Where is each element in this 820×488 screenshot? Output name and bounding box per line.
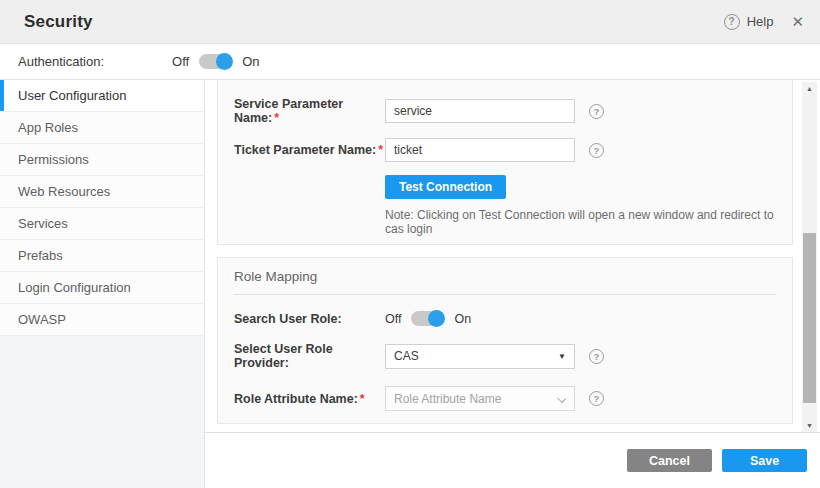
- search-user-role-toggle[interactable]: [411, 311, 444, 326]
- titlebar: Security ? Help ✕: [0, 0, 820, 44]
- authentication-on-label: On: [242, 54, 259, 69]
- role-provider-label: Select User Role Provider:: [234, 342, 385, 370]
- role-provider-select[interactable]: CAS ▼: [385, 344, 575, 369]
- select-caret-icon: ▼: [558, 352, 566, 361]
- footer-bar: Cancel Save: [205, 432, 820, 488]
- scrollbar-thumb[interactable]: [803, 233, 816, 403]
- search-user-role-on-label: On: [454, 312, 471, 326]
- role-mapping-title: Role Mapping: [234, 269, 776, 284]
- sidebar-item-services[interactable]: Services: [0, 208, 204, 240]
- help-link[interactable]: Help: [747, 14, 774, 29]
- service-parameter-help-icon[interactable]: ?: [589, 104, 604, 119]
- role-attribute-row: Role Attribute Name:* Role Attribute Nam…: [234, 386, 776, 411]
- dialog-body: User Configuration App Roles Permissions…: [0, 80, 820, 488]
- authentication-toggle-knob: [216, 53, 233, 70]
- search-user-role-off-label: Off: [385, 312, 401, 326]
- role-mapping-panel: Role Mapping Search User Role: Off On: [217, 257, 793, 424]
- service-parameter-row: Service Parameter Name:* ?: [234, 97, 776, 125]
- scroll-area: Service Parameter Name:* ? Ticket Parame…: [205, 80, 820, 432]
- role-provider-selected-value: CAS: [394, 349, 419, 363]
- search-user-role-toggle-knob: [428, 310, 445, 327]
- test-connection-note: Note: Clicking on Test Connection will o…: [385, 208, 776, 236]
- sidebar-item-prefabs[interactable]: Prefabs: [0, 240, 204, 272]
- chevron-down-icon: [557, 394, 566, 403]
- page-title: Security: [24, 12, 93, 32]
- security-dialog: Security ? Help ✕ Authentication: Off On…: [0, 0, 820, 488]
- role-provider-help-icon[interactable]: ?: [589, 349, 604, 364]
- sidebar: User Configuration App Roles Permissions…: [0, 80, 205, 488]
- role-provider-row: Select User Role Provider: CAS ▼ ?: [234, 342, 776, 370]
- role-attribute-label: Role Attribute Name:*: [234, 392, 385, 406]
- role-attribute-combobox[interactable]: Role Attribute Name: [385, 386, 575, 411]
- ticket-parameter-input[interactable]: [385, 138, 575, 162]
- ticket-parameter-row: Ticket Parameter Name:* ?: [234, 138, 776, 162]
- sidebar-item-owasp[interactable]: OWASP: [0, 304, 204, 336]
- close-icon[interactable]: ✕: [791, 14, 804, 29]
- required-asterisk: *: [274, 111, 279, 125]
- role-attribute-placeholder: Role Attribute Name: [394, 392, 501, 406]
- save-button[interactable]: Save: [722, 449, 807, 472]
- help-icon[interactable]: ?: [724, 14, 740, 30]
- role-mapping-divider: [234, 294, 776, 295]
- vertical-scrollbar[interactable]: ▲ ▼: [802, 82, 817, 432]
- search-user-role-label: Search User Role:: [234, 312, 385, 326]
- cancel-button[interactable]: Cancel: [627, 449, 712, 472]
- sidebar-item-login-configuration[interactable]: Login Configuration: [0, 272, 204, 304]
- search-user-role-row: Search User Role: Off On: [234, 311, 776, 326]
- authentication-row: Authentication: Off On: [0, 44, 820, 80]
- ticket-parameter-label: Ticket Parameter Name:*: [234, 143, 385, 157]
- service-parameter-input[interactable]: [385, 99, 575, 123]
- service-parameter-label: Service Parameter Name:*: [234, 97, 385, 125]
- authentication-label: Authentication:: [18, 54, 104, 69]
- required-asterisk: *: [360, 392, 365, 406]
- authentication-off-label: Off: [172, 54, 189, 69]
- sidebar-item-permissions[interactable]: Permissions: [0, 144, 204, 176]
- connection-panel: Service Parameter Name:* ? Ticket Parame…: [217, 80, 793, 245]
- sidebar-item-app-roles[interactable]: App Roles: [0, 112, 204, 144]
- main-content: Service Parameter Name:* ? Ticket Parame…: [205, 80, 820, 488]
- role-attribute-help-icon[interactable]: ?: [589, 391, 604, 406]
- scroll-down-arrow-icon[interactable]: ▼: [802, 422, 817, 429]
- test-connection-button[interactable]: Test Connection: [385, 175, 506, 199]
- authentication-toggle[interactable]: [199, 54, 232, 69]
- sidebar-item-web-resources[interactable]: Web Resources: [0, 176, 204, 208]
- search-user-role-toggle-group: Off On: [385, 311, 471, 326]
- required-asterisk: *: [378, 143, 383, 157]
- sidebar-item-user-configuration[interactable]: User Configuration: [0, 80, 204, 112]
- ticket-parameter-help-icon[interactable]: ?: [589, 143, 604, 158]
- scroll-up-arrow-icon[interactable]: ▲: [802, 85, 817, 92]
